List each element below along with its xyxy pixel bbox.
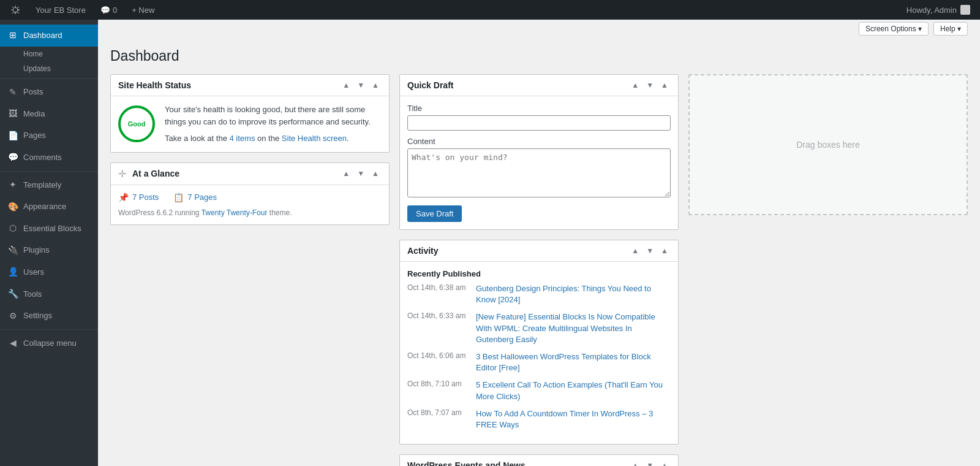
sidebar: ⊞ Dashboard Home Updates ✎ Posts 🖼 Media…	[0, 20, 98, 466]
activity-item: Oct 8th, 7:10 am 5 Excellent Call To Act…	[407, 380, 671, 402]
sidebar-item-posts[interactable]: ✎ Posts	[0, 82, 98, 104]
sidebar-item-updates[interactable]: Updates	[0, 61, 98, 76]
activity-down[interactable]: ▼	[644, 245, 656, 256]
quick-draft-controls: ▲ ▼ ▲	[629, 80, 671, 91]
quick-draft-down[interactable]: ▼	[644, 80, 656, 91]
users-icon: 👤	[7, 266, 18, 278]
sidebar-item-plugins[interactable]: 🔌 Plugins	[0, 240, 98, 262]
activity-title: Activity	[407, 246, 439, 256]
sidebar-item-collapse[interactable]: ◀ Collapse menu	[0, 332, 98, 354]
sidebar-item-users[interactable]: 👤 Users	[0, 261, 98, 283]
adminbar-howdy[interactable]: Howdy, Admin	[902, 5, 975, 15]
activity-item: Oct 14th, 6:33 am [New Feature] Essentia…	[407, 311, 671, 345]
collapse-icon: ◀	[7, 337, 18, 350]
events-up[interactable]: ▲	[629, 460, 641, 466]
events-title: WordPress Events and News	[407, 460, 526, 466]
site-health-widget: Site Health Status ▲ ▼ ▲	[110, 74, 390, 153]
site-health-collapse-up[interactable]: ▲	[340, 80, 352, 91]
appearance-icon: 🎨	[7, 201, 18, 213]
activity-link[interactable]: 5 Excellent Call To Action Examples (Tha…	[476, 380, 671, 402]
health-status: Good Your site's health is looking good,…	[118, 104, 382, 145]
posts-count-link[interactable]: 7 Posts	[132, 193, 159, 202]
page-title: Dashboard	[110, 48, 968, 64]
pages-icon: 📄	[7, 130, 18, 142]
site-health-collapse-down[interactable]: ▼	[355, 80, 367, 91]
activity-controls: ▲ ▼ ▲	[629, 245, 671, 256]
quick-draft-title: Quick Draft	[407, 80, 453, 90]
theme-link[interactable]: Twenty Twenty-Four	[202, 208, 268, 217]
content-label: Content	[407, 137, 671, 146]
sidebar-item-media[interactable]: 🖼 Media	[0, 103, 98, 125]
plugins-icon: 🔌	[7, 245, 18, 257]
content-textarea[interactable]	[407, 148, 671, 197]
activity-widget: Activity ▲ ▼ ▲ Recently Published Oct 14…	[399, 240, 679, 445]
activity-up[interactable]: ▲	[629, 245, 641, 256]
templately-icon: ✦	[7, 179, 18, 191]
activity-item: Oct 14th, 6:06 am 3 Best Halloween WordP…	[407, 351, 671, 373]
recently-published-label: Recently Published	[407, 269, 671, 278]
events-widget: WordPress Events and News ▲ ▼ ▲	[399, 454, 679, 466]
avatar	[960, 5, 970, 15]
sidebar-item-comments[interactable]: 💬 Comments	[0, 147, 98, 169]
pages-count-link[interactable]: 7 Pages	[187, 193, 217, 202]
admin-bar: ⛭ Your EB Store 💬 0 + New Howdy, Admin	[0, 0, 980, 20]
health-circle: Good	[118, 105, 155, 142]
events-controls: ▲ ▼ ▲	[629, 460, 671, 466]
at-glance-collapse-up[interactable]: ▲	[340, 168, 352, 179]
sidebar-item-tools[interactable]: 🔧 Tools	[0, 283, 98, 305]
help-button[interactable]: Help ▾	[933, 22, 968, 36]
adminbar-comments[interactable]: 💬 0	[94, 6, 123, 15]
essential-blocks-icon: ⬡	[7, 223, 18, 235]
health-items-link[interactable]: 4 items	[230, 134, 258, 143]
activity-link[interactable]: 3 Best Halloween WordPress Templates for…	[476, 351, 671, 373]
activity-item: Oct 14th, 6:38 am Gutenberg Design Princ…	[407, 283, 671, 305]
activity-list: Oct 14th, 6:38 am Gutenberg Design Princ…	[407, 283, 671, 430]
page-icon: 📋	[173, 193, 184, 202]
title-label: Title	[407, 104, 671, 113]
glance-pages: 📋 7 Pages	[173, 193, 217, 202]
adminbar-site-name[interactable]: Your EB Store	[29, 6, 92, 15]
glance-items: 📌 7 Posts 📋 7 Pages	[118, 193, 382, 202]
at-glance-controls: ▲ ▼ ▲	[340, 168, 382, 179]
health-screen-link[interactable]: Site Health screen	[282, 134, 347, 143]
drag-handle[interactable]: ✛	[118, 168, 126, 180]
activity-close[interactable]: ▲	[658, 245, 671, 256]
title-input[interactable]	[407, 115, 671, 131]
activity-link[interactable]: Gutenberg Design Principles: Things You …	[476, 283, 671, 305]
at-glance-close[interactable]: ▲	[369, 168, 382, 179]
site-health-close[interactable]: ▲	[369, 80, 382, 91]
comments-menu-icon: 💬	[7, 151, 18, 164]
at-a-glance-widget: ✛ At a Glance ▲ ▼ ▲	[110, 162, 390, 225]
screen-options-bar: Screen Options ▾ Help ▾	[98, 20, 980, 38]
at-glance-collapse-down[interactable]: ▼	[355, 168, 367, 179]
site-health-title: Site Health Status	[118, 80, 191, 90]
dashboard-icon: ⊞	[7, 29, 18, 42]
media-icon: 🖼	[7, 108, 18, 120]
tools-icon: 🔧	[7, 288, 18, 300]
sidebar-item-pages[interactable]: 📄 Pages	[0, 125, 98, 147]
sidebar-item-dashboard[interactable]: ⊞ Dashboard	[0, 25, 98, 47]
screen-options-button[interactable]: Screen Options ▾	[859, 22, 929, 36]
sidebar-item-appearance[interactable]: 🎨 Appearance	[0, 196, 98, 218]
activity-link[interactable]: [New Feature] Essential Blocks Is Now Co…	[476, 311, 671, 345]
health-description: Your site's health is looking good, but …	[165, 104, 382, 145]
sidebar-item-home[interactable]: Home	[0, 47, 98, 61]
wp-logo-icon[interactable]: ⛭	[5, 3, 27, 17]
adminbar-new[interactable]: + New	[126, 6, 160, 15]
quick-draft-widget: Quick Draft ▲ ▼ ▲ Title Content	[399, 74, 679, 230]
save-draft-button[interactable]: Save Draft	[407, 205, 462, 222]
quick-draft-close[interactable]: ▲	[658, 80, 671, 91]
drag-box: Drag boxes here	[688, 74, 968, 215]
sidebar-item-settings[interactable]: ⚙ Settings	[0, 305, 98, 327]
site-health-controls: ▲ ▼ ▲	[340, 80, 382, 91]
quick-draft-up[interactable]: ▲	[629, 80, 641, 91]
glance-posts: 📌 7 Posts	[118, 193, 159, 202]
events-down[interactable]: ▼	[644, 460, 656, 466]
events-close[interactable]: ▲	[658, 460, 671, 466]
activity-link[interactable]: How To Add A Countdown Timer In WordPres…	[476, 408, 671, 430]
sidebar-item-templately[interactable]: ✦ Templately	[0, 174, 98, 196]
posts-icon: ✎	[7, 86, 18, 99]
wp-info: WordPress 6.6.2 running Twenty Twenty-Fo…	[118, 208, 382, 217]
sidebar-item-essential-blocks[interactable]: ⬡ Essential Blocks	[0, 218, 98, 240]
settings-icon: ⚙	[7, 310, 18, 323]
